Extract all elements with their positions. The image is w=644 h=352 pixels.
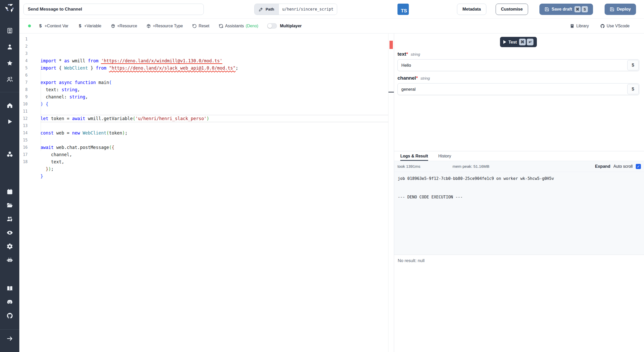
toolbar-item-assistants[interactable]: Assistants (Deno) (219, 24, 258, 28)
autoscroll-checkbox[interactable]: ✓ (636, 164, 641, 169)
field-input-channel[interactable] (397, 83, 639, 95)
expand-button[interactable]: Expand (595, 164, 611, 169)
test-label: Test (509, 40, 517, 45)
code-line-6[interactable]: channel: string, (40, 93, 388, 100)
sidebar-home-icon[interactable] (6, 102, 13, 109)
save-draft-label: Save draft (552, 7, 572, 12)
indent-guide (41, 64, 41, 151)
toolbar-item-label: +Resource (117, 24, 137, 28)
line-number: 16 (19, 144, 28, 151)
code-line-16[interactable]: }); (40, 165, 388, 173)
sidebar-discord-icon[interactable] (6, 299, 13, 305)
sidebar-github-icon[interactable] (6, 312, 13, 319)
tab-history[interactable]: History (438, 151, 451, 161)
app-root: Path u/henri/sincere_script TS Metadata … (0, 0, 644, 352)
code-line-4[interactable]: export async function main( (40, 79, 388, 86)
line-number: 5 (19, 64, 28, 72)
play-icon (503, 40, 506, 44)
code-line-9[interactable]: let token = await wmill.getVariable('u/h… (40, 115, 388, 122)
sidebar-book-icon[interactable] (6, 285, 13, 292)
line-number: 3 (19, 50, 28, 57)
sidebar-users-icon[interactable] (6, 76, 13, 83)
code-line-3[interactable] (40, 72, 388, 79)
line-number-gutter: 123456789101112131415161718 (19, 33, 31, 352)
deploy-button[interactable]: Deploy (605, 4, 636, 15)
sidebar-dollar-icon[interactable] (6, 135, 13, 141)
toolbar-item-reset[interactable]: Reset (192, 24, 209, 28)
sidebar-boxes-icon[interactable] (6, 151, 13, 157)
code-line-8[interactable] (40, 108, 388, 115)
sidebar-building-icon[interactable] (6, 27, 13, 34)
sidebar-calendar-icon[interactable] (6, 188, 13, 195)
edit-path-button[interactable]: Path (255, 4, 279, 15)
toolbar-item-label: Assistants (225, 24, 244, 28)
toolbar-item-resource-type[interactable]: +Resource Type (146, 24, 183, 28)
multiplayer-toggle[interactable] (267, 23, 277, 29)
toolbar-item-resource[interactable]: +Resource (111, 24, 137, 28)
sidebar-play-icon[interactable] (6, 118, 13, 125)
sidebar-eye-icon[interactable] (6, 229, 13, 236)
code-line-7[interactable]: ) { (40, 100, 388, 108)
code-line-15[interactable]: text, (40, 158, 388, 165)
field-name: channel* (397, 75, 418, 81)
toolbar-item-label: +Variable (84, 24, 101, 28)
dollar-glyph: $ (78, 24, 82, 28)
code-line-14[interactable]: channel, (40, 151, 388, 158)
toggle-knob (268, 24, 272, 28)
line-number: 4 (19, 57, 28, 64)
code-editor[interactable]: 123456789101112131415161718 import * as … (19, 33, 394, 352)
tab-logs-result[interactable]: Logs & Result (400, 151, 428, 161)
reset-icon (192, 24, 197, 28)
line-number: 1 (19, 36, 28, 43)
sidebar-group-collapse (6, 335, 13, 342)
test-button[interactable]: Test ⌘↵ (500, 37, 537, 47)
metadata-button[interactable]: Metadata (457, 4, 486, 15)
field-name: text* (397, 51, 408, 57)
insert-variable-button[interactable]: $ (627, 60, 639, 70)
code-line-1[interactable]: import * as wmill from 'https://deno.lan… (40, 57, 388, 64)
save-draft-button[interactable]: Save draft ⌘S (539, 4, 593, 15)
sidebar-folder-open-icon[interactable] (6, 202, 13, 209)
code-line-11[interactable]: const web = new WebClient(token); (40, 129, 388, 137)
library-button[interactable]: Library (570, 24, 589, 28)
line-number: 13 (19, 122, 28, 129)
sidebar-user-icon[interactable] (6, 44, 13, 50)
content-row: 123456789101112131415161718 import * as … (19, 33, 644, 352)
sidebar-star-icon[interactable] (6, 60, 13, 66)
toolbar-item-variable[interactable]: $+Variable (78, 24, 101, 28)
sidebar-users-gear-icon[interactable] (6, 216, 13, 222)
toolbar-item-label: Reset (199, 24, 209, 28)
library-label: Library (576, 24, 589, 28)
sidebar-robot-icon[interactable] (6, 257, 13, 263)
windmill-logo[interactable] (5, 3, 15, 13)
code-line-17[interactable]: } (40, 173, 388, 180)
logs-tabs: Logs & ResultHistory (394, 151, 644, 161)
sidebar-divider (0, 329, 19, 330)
sidebar-group-help (6, 285, 13, 319)
insert-variable-button[interactable]: $ (627, 84, 639, 94)
code-line-10[interactable] (40, 122, 388, 129)
code-line-18[interactable] (40, 180, 388, 187)
status-dot (28, 24, 31, 27)
code-line-12[interactable] (40, 137, 388, 144)
use-vscode-button[interactable]: Use VScode (600, 24, 630, 28)
toolbar-item-context-var[interactable]: $+Context Var (38, 24, 69, 28)
code-line-2[interactable]: import { WebClient } from "https://deno.… (40, 64, 388, 72)
required-asterisk: * (416, 75, 418, 81)
github-icon (600, 24, 605, 28)
run-panel-top: Test ⌘↵ text*string$channel*string$ (394, 33, 644, 151)
code-line-13[interactable]: await web.chat.postMessage({ (40, 144, 388, 151)
line-number: 14 (19, 129, 28, 137)
duration-stat: took 1391ms (397, 164, 420, 169)
code-area[interactable]: import * as wmill from 'https://deno.lan… (31, 33, 388, 352)
customise-button[interactable]: Customise (496, 4, 528, 15)
use-vscode-label: Use VScode (607, 24, 630, 28)
sidebar-arrow-right-icon[interactable] (6, 335, 13, 342)
sidebar-divider (0, 92, 19, 92)
line-number: 18 (19, 158, 28, 165)
field-input-text[interactable] (397, 59, 639, 71)
code-line-5[interactable]: text: string, (40, 86, 388, 93)
sidebar-gear-icon[interactable] (6, 243, 13, 250)
script-title-input[interactable] (23, 4, 204, 15)
result-panel: No result: null (394, 255, 644, 352)
